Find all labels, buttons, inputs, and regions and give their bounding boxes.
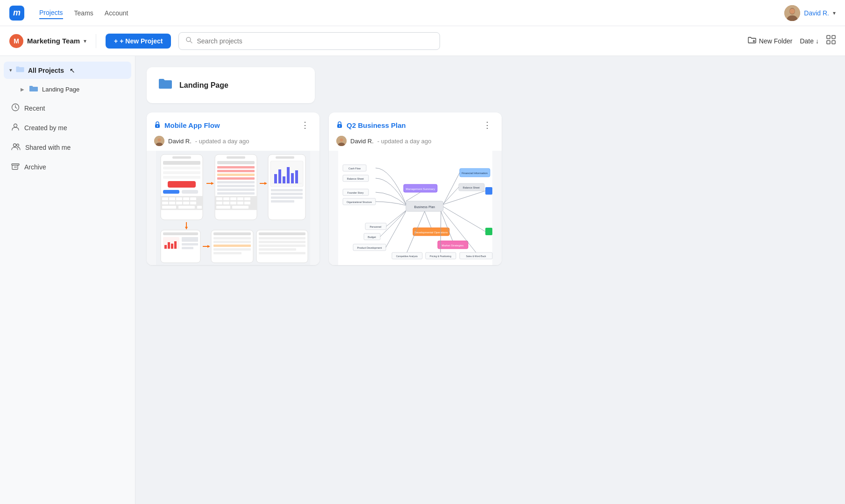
sidebar-item-created-by-me[interactable]: Created by me	[4, 119, 131, 137]
svg-text:Sales & Word Back: Sales & Word Back	[466, 255, 486, 258]
svg-text:Organizational Structure: Organizational Structure	[347, 201, 372, 203]
svg-rect-46	[190, 202, 196, 204]
svg-rect-54	[217, 161, 255, 164]
svg-rect-100	[174, 241, 177, 249]
more-options-button[interactable]: ⋮	[298, 119, 312, 131]
user-name-label: David R.	[804, 9, 829, 17]
svg-rect-84	[283, 176, 285, 183]
svg-rect-108	[213, 237, 251, 239]
svg-rect-42	[162, 202, 168, 204]
nav-projects[interactable]: Projects	[39, 7, 63, 19]
folder-card-name: Landing Page	[179, 81, 228, 90]
svg-text:Balance Sheet: Balance Sheet	[463, 186, 480, 189]
svg-rect-71	[230, 202, 236, 204]
clock-icon	[11, 103, 20, 113]
created-by-me-label: Created by me	[24, 124, 67, 132]
svg-rect-33	[168, 181, 196, 188]
landing-page-folder-card[interactable]: Landing Page	[147, 67, 315, 103]
svg-text:Developmental Operations: Developmental Operations	[414, 231, 447, 234]
svg-text:Business Plan: Business Plan	[414, 205, 435, 209]
svg-rect-30	[163, 167, 200, 169]
svg-rect-64	[216, 197, 222, 200]
date-sort-button[interactable]: Date ↓	[800, 37, 819, 45]
svg-rect-114	[259, 232, 305, 235]
svg-rect-34	[163, 190, 179, 194]
svg-rect-79	[276, 156, 294, 159]
view-toggle-button[interactable]	[826, 35, 836, 47]
svg-text:Market Strategies: Market Strategies	[441, 244, 463, 247]
content-area: Landing Page Mobile App Flow ⋮ David R.	[135, 56, 845, 504]
svg-rect-111	[213, 248, 251, 251]
sidebar-item-landing-page[interactable]: ▶ Landing Page	[4, 81, 131, 98]
svg-rect-102	[182, 243, 198, 245]
svg-rect-88	[271, 189, 303, 191]
svg-rect-31	[163, 171, 200, 174]
svg-rect-43	[169, 202, 175, 204]
sidebar-item-recent[interactable]: Recent	[4, 99, 131, 118]
project-author: David R.	[350, 138, 374, 145]
nav-teams[interactable]: Teams	[74, 7, 93, 19]
new-project-button[interactable]: + + New Project	[106, 34, 171, 49]
user-menu[interactable]: David R. ▾	[784, 5, 836, 21]
svg-rect-89	[271, 193, 303, 195]
expand-arrow-icon: ▶	[21, 87, 24, 92]
toolbar-divider	[96, 34, 96, 48]
svg-point-3	[790, 8, 795, 14]
shared-with-me-label: Shared with me	[25, 144, 71, 151]
svg-rect-98	[168, 242, 170, 249]
svg-rect-53	[227, 156, 245, 159]
svg-rect-112	[213, 252, 241, 254]
svg-rect-11	[827, 41, 830, 44]
nav-account[interactable]: Account	[105, 7, 128, 19]
project-avatar	[154, 136, 164, 146]
svg-rect-82	[274, 174, 277, 183]
svg-rect-45	[183, 202, 189, 204]
svg-rect-133	[485, 228, 492, 235]
team-selector[interactable]: M Marketing Team ▾	[9, 34, 86, 48]
svg-rect-56	[217, 170, 255, 172]
svg-text:Founder Story: Founder Story	[348, 191, 364, 194]
svg-line-6	[190, 41, 192, 43]
search-box[interactable]	[178, 32, 440, 50]
more-options-button[interactable]: ⋮	[480, 119, 494, 131]
team-name: Marketing Team	[27, 37, 80, 45]
search-input[interactable]	[197, 37, 433, 45]
project-card-mobile-app-flow[interactable]: Mobile App Flow ⋮ David R. - updated a d…	[147, 112, 320, 265]
project-header: Mobile App Flow ⋮	[147, 112, 320, 136]
project-author: David R.	[168, 138, 192, 145]
svg-rect-131	[485, 187, 492, 195]
svg-rect-48	[178, 206, 195, 209]
svg-rect-47	[162, 206, 176, 209]
project-updated: - updated a day ago	[377, 138, 432, 145]
toolbar-right: New Folder Date ↓	[748, 35, 836, 47]
svg-rect-107	[213, 232, 251, 235]
sidebar-item-all-projects[interactable]: ▾ All Projects ↖	[4, 62, 131, 79]
toolbar: M Marketing Team ▾ + + New Project New F…	[0, 26, 845, 56]
folder-icon	[29, 84, 38, 95]
cursor-indicator: ↖	[70, 67, 75, 74]
svg-rect-32	[163, 176, 200, 179]
svg-rect-41	[190, 197, 196, 200]
svg-text:Competitive Analysis: Competitive Analysis	[396, 255, 418, 258]
svg-text:Cash Flow: Cash Flow	[348, 167, 361, 170]
top-nav: m Projects Teams Account David R. ▾	[0, 0, 845, 26]
svg-rect-12	[832, 41, 835, 44]
plus-icon: +	[114, 37, 118, 45]
search-icon	[185, 36, 193, 46]
project-card-q2-business-plan[interactable]: Q2 Business Plan ⋮ David R. - updated a …	[329, 112, 502, 265]
svg-point-121	[339, 125, 340, 126]
new-folder-button[interactable]: New Folder	[748, 36, 793, 45]
date-sort-label: Date	[800, 37, 814, 45]
svg-rect-115	[259, 237, 305, 239]
sidebar-item-shared-with-me[interactable]: Shared with me	[4, 138, 131, 157]
svg-rect-109	[213, 241, 251, 243]
all-projects-label: All Projects	[28, 67, 64, 74]
projects-grid: Mobile App Flow ⋮ David R. - updated a d…	[147, 112, 502, 265]
project-title: Mobile App Flow	[164, 121, 294, 129]
sidebar-item-archive[interactable]: Archive	[4, 158, 131, 176]
new-project-label: + New Project	[120, 37, 163, 45]
folder-plus-icon	[748, 36, 756, 45]
svg-point-24	[158, 139, 161, 142]
svg-rect-67	[237, 197, 243, 200]
svg-text:Product Development: Product Development	[357, 246, 382, 249]
